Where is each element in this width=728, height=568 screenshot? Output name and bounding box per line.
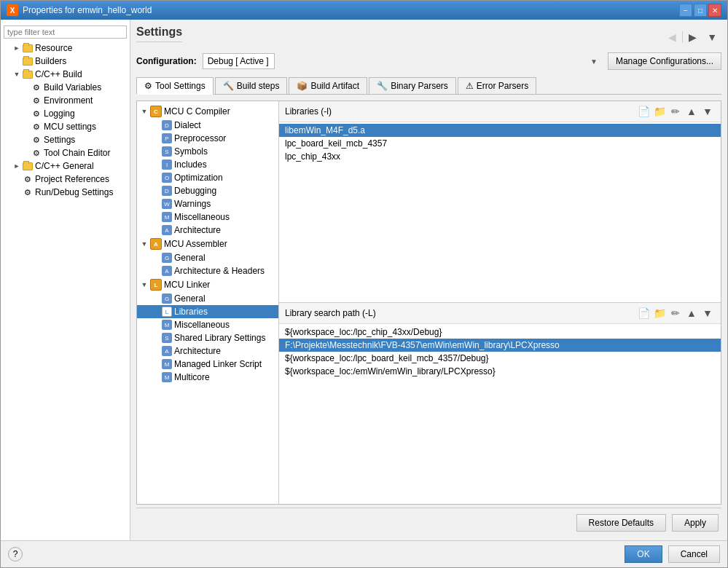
tool-tree-label: MCU Assembler <box>164 239 227 249</box>
tool-tree-label: General <box>174 293 206 304</box>
help-button[interactable]: ? <box>8 547 23 561</box>
tool-tree-managed-linker-script[interactable]: M Managed Linker Script <box>137 358 278 371</box>
tool-tree-general-linker[interactable]: G General <box>137 292 278 305</box>
expand-icon: ▼ <box>12 70 21 79</box>
tool-tree-label: Includes <box>174 159 207 170</box>
tool-tree-label: Preprocessor <box>174 133 226 143</box>
add-path-button[interactable]: 📄 <box>636 306 651 320</box>
minimize-button[interactable]: − <box>679 4 692 17</box>
list-item[interactable]: libemWin_M4F_d5.a <box>279 124 721 137</box>
tool-tree-shared-lib-settings[interactable]: S Shared Library Settings <box>137 331 278 344</box>
add-from-workspace-button[interactable]: 📁 <box>652 104 667 119</box>
expand-icon: ▼ <box>140 280 149 289</box>
nav-forward-button[interactable]: ▶ <box>684 29 701 45</box>
tool-tree-optimization[interactable]: O Optimization <box>137 171 278 184</box>
mcu-icon: L <box>150 279 162 291</box>
sidebar-item-cpp-general[interactable]: ► C/C++ General <box>1 159 130 173</box>
sidebar-item-label: Logging <box>44 109 75 119</box>
tool-tree-miscellaneous[interactable]: M Miscellaneous <box>137 210 278 224</box>
move-down-library-button[interactable]: ▼ <box>700 104 715 119</box>
tab-label: Build steps <box>237 81 280 91</box>
sidebar-item-cpp-build[interactable]: ▼ C/C++ Build <box>1 68 130 81</box>
tool-tree-architecture-c[interactable]: A Architecture <box>137 224 278 237</box>
tool-tree-preprocessor[interactable]: P Preprocessor <box>137 132 278 145</box>
tab-binary-parsers[interactable]: 🔧 Binary Parsers <box>369 77 456 94</box>
gear-icon: ⚙ <box>23 174 33 184</box>
ok-button[interactable]: OK <box>625 545 662 563</box>
tool-tree-label: Libraries <box>174 307 208 317</box>
tab-build-steps[interactable]: 🔨 Build steps <box>215 77 288 94</box>
tool-tree-mcu-linker[interactable]: ▼ L MCU Linker <box>137 277 278 292</box>
expand-icon <box>152 334 160 342</box>
tool-tree-mcu-c-compiler[interactable]: ▼ C MCU C Compiler <box>137 104 278 119</box>
tool-tree-dialect[interactable]: D Dialect <box>137 119 278 132</box>
list-item[interactable]: ${workspace_loc:/lpc_chip_43xx/Debug} <box>279 326 721 339</box>
sidebar-item-mcu-settings[interactable]: ⚙ MCU settings <box>1 120 130 133</box>
add-path-from-workspace-button[interactable]: 📁 <box>652 306 667 320</box>
nav-menu-button[interactable]: ▼ <box>702 29 721 45</box>
tool-tree-miscellaneous-linker[interactable]: M Miscellaneous <box>137 318 278 331</box>
list-item[interactable]: ${workspace_loc:/lpc_board_keil_mcb_4357… <box>279 352 721 365</box>
tool-tree-architecture-linker[interactable]: A Architecture <box>137 344 278 358</box>
sidebar-item-tool-chain-editor[interactable]: ⚙ Tool Chain Editor <box>1 146 130 159</box>
gear-icon: ⚙ <box>31 82 42 92</box>
tool-settings-area: ▼ C MCU C Compiler D Dialect P Preproces… <box>136 100 721 505</box>
list-item[interactable]: lpc_chip_43xx <box>279 150 721 163</box>
close-button[interactable]: ✕ <box>708 4 721 17</box>
restore-defaults-button[interactable]: Restore Defaults <box>576 514 666 532</box>
edit-path-button[interactable]: ✏ <box>668 306 683 320</box>
edit-library-button[interactable]: ✏ <box>668 104 683 119</box>
sidebar-item-settings[interactable]: ⚙ Settings <box>1 133 130 146</box>
list-item[interactable]: ${workspace_loc:/emWin/emWin_library/LPC… <box>279 365 721 378</box>
move-down-path-button[interactable]: ▼ <box>700 306 715 320</box>
library-search-section: Library search path (-L) 📄 📁 ✏ ▲ ▼ ${wor… <box>279 303 721 504</box>
expand-icon <box>152 160 160 169</box>
nav-separator <box>682 31 683 43</box>
expand-icon <box>12 57 21 66</box>
sidebar-item-run-debug[interactable]: ⚙ Run/Debug Settings <box>1 186 130 199</box>
list-item[interactable]: lpc_board_keil_mcb_4357 <box>279 137 721 150</box>
maximize-button[interactable]: □ <box>694 4 707 17</box>
apply-button[interactable]: Apply <box>672 514 719 532</box>
folder-icon <box>23 162 33 170</box>
tab-error-parsers[interactable]: ⚠ Error Parsers <box>458 77 536 94</box>
settings-icon: L <box>162 307 172 317</box>
sidebar-item-resource[interactable]: ► Resource <box>1 42 130 55</box>
sidebar-item-builders[interactable]: Builders <box>1 55 130 68</box>
move-up-library-button[interactable]: ▲ <box>684 104 699 119</box>
tool-tree-multicore[interactable]: M Multicore <box>137 371 278 384</box>
filter-input[interactable] <box>4 25 127 39</box>
list-item[interactable]: F:\Projekte\Messtechnik\FVB-4357\emWin\e… <box>279 339 721 352</box>
tab-tool-settings[interactable]: ⚙ Tool Settings <box>136 77 214 95</box>
tool-tree-mcu-assembler[interactable]: ▼ A MCU Assembler <box>137 237 278 251</box>
expand-icon <box>21 96 30 105</box>
bottom-buttons: Restore Defaults Apply <box>136 508 721 535</box>
settings-icon: M <box>162 320 172 330</box>
move-up-path-button[interactable]: ▲ <box>684 306 699 320</box>
build-artifact-tab-icon: 📦 <box>297 81 308 91</box>
tool-tree-warnings[interactable]: W Warnings <box>137 197 278 210</box>
footer-left: ? <box>8 547 23 561</box>
expand-icon <box>152 213 160 221</box>
sidebar-item-build-variables[interactable]: ⚙ Build Variables <box>1 81 130 94</box>
tool-tree-arch-headers[interactable]: A Architecture & Headers <box>137 264 278 277</box>
settings-icon: S <box>162 146 172 157</box>
build-steps-tab-icon: 🔨 <box>223 81 234 91</box>
sidebar-item-logging[interactable]: ⚙ Logging <box>1 107 130 120</box>
cancel-button[interactable]: Cancel <box>668 545 720 563</box>
sidebar-item-environment[interactable]: ⚙ Environment <box>1 94 130 107</box>
tab-build-artifact[interactable]: 📦 Build Artifact <box>289 77 367 94</box>
tool-tree-debugging[interactable]: D Debugging <box>137 184 278 197</box>
config-select[interactable]: Debug [ Active ] <box>203 53 275 69</box>
add-library-button[interactable]: 📄 <box>636 104 651 119</box>
tool-tree-label: Architecture <box>174 225 221 235</box>
manage-configurations-button[interactable]: Manage Configurations... <box>608 52 721 70</box>
nav-back-button[interactable]: ◀ <box>664 29 681 45</box>
expand-icon <box>21 83 30 92</box>
sidebar-item-project-references[interactable]: ⚙ Project References <box>1 173 130 186</box>
settings-icon: A <box>162 225 172 235</box>
tool-tree-symbols[interactable]: S Symbols <box>137 145 278 158</box>
tool-tree-includes[interactable]: I Includes <box>137 158 278 171</box>
tool-tree-libraries[interactable]: L Libraries <box>137 305 278 318</box>
tool-tree-general-asm[interactable]: G General <box>137 251 278 264</box>
